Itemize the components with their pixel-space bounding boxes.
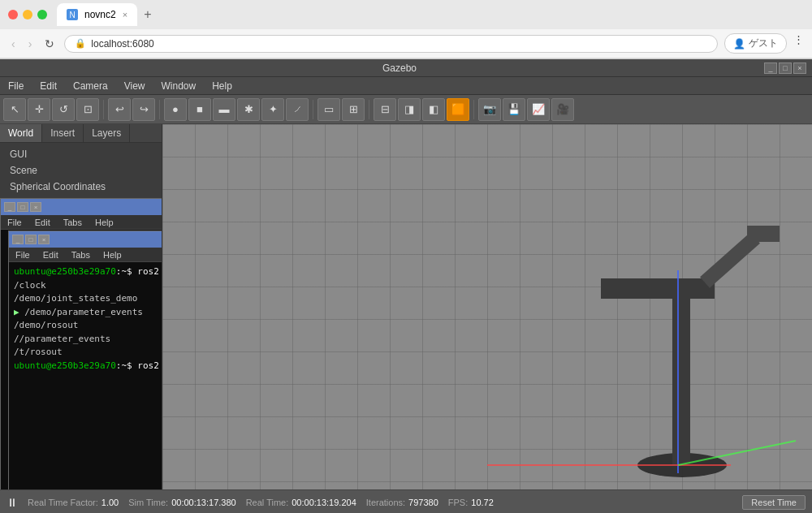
menu-view[interactable]: View <box>116 79 153 93</box>
sidebar-tab-layers[interactable]: Layers <box>84 124 130 142</box>
snap-button[interactable]: ▭ <box>317 98 340 121</box>
point-light-button[interactable]: ✱ <box>237 98 260 121</box>
box-button[interactable]: ■ <box>188 98 211 121</box>
plot-button[interactable]: 📈 <box>527 98 550 121</box>
maximize-traffic-light[interactable] <box>37 10 47 19</box>
t1-menu-tabs[interactable]: Tabs <box>57 217 89 228</box>
status-sim-time: Sim Time: 00:00:13:17.380 <box>128 498 235 507</box>
refresh-button[interactable]: ↻ <box>41 36 58 52</box>
guest-label: ゲスト <box>749 37 778 50</box>
save-button[interactable]: 💾 <box>503 98 525 121</box>
terminal-1-minimize[interactable]: _ <box>4 202 15 212</box>
gazebo-sidebar: World Insert Layers GUI Scene Spherical … <box>0 124 162 489</box>
record-button[interactable]: 🎥 <box>551 98 574 121</box>
browser-chrome: N novnc2 × + ‹ › ↻ 🔒 localhost:6080 👤 ゲス… <box>0 0 812 59</box>
back-button[interactable]: ‹ <box>8 36 19 52</box>
fps-label: FPS: <box>448 498 468 507</box>
rotate-tool-button[interactable]: ↺ <box>52 98 75 121</box>
sidebar-tab-world[interactable]: World <box>0 124 42 142</box>
undo-button[interactable]: ↩ <box>108 98 131 121</box>
terminal-line-1: ubuntu@e250b3e29a70:~$ ros2 topic list <box>14 265 162 279</box>
translate-tool-button[interactable]: ✛ <box>28 98 50 121</box>
copy-button[interactable]: ⊟ <box>374 98 396 121</box>
spot-light-button[interactable]: ✦ <box>261 98 284 121</box>
gazebo-close-button[interactable]: × <box>793 63 806 74</box>
gazebo-titlebar: Gazebo _ □ × <box>0 59 812 77</box>
terminal-2-winbtns: _ □ × <box>12 235 50 244</box>
terminal-window-2: _ □ × ubuntu@e250b3e29a70: ~ File Edit T… <box>8 231 162 489</box>
terminal-2-body[interactable]: ubuntu@e250b3e29a70:~$ ros2 topic list /… <box>9 262 162 489</box>
t2-menu-tabs[interactable]: Tabs <box>65 249 97 261</box>
svg-line-7 <box>678 441 796 465</box>
gazebo-3d-viewport[interactable] <box>162 124 812 489</box>
scale-tool-button[interactable]: ⊡ <box>76 98 99 121</box>
terminal-1-close[interactable]: × <box>30 202 41 212</box>
terminal-line-5: /demo/rosout <box>14 319 162 333</box>
t2-menu-file[interactable]: File <box>9 249 37 261</box>
menu-help[interactable]: Help <box>204 79 240 93</box>
gazebo-maximize-button[interactable]: □ <box>779 63 792 74</box>
gazebo-window-buttons: _ □ × <box>764 63 810 74</box>
status-iterations: Iterations: 797380 <box>366 498 438 507</box>
guest-button[interactable]: 👤 ゲスト <box>724 33 787 54</box>
gazebo-menubar: File Edit Camera View Window Help <box>0 77 812 95</box>
sidebar-tab-insert[interactable]: Insert <box>42 124 84 142</box>
t1-menu-help[interactable]: Help <box>89 217 120 228</box>
browser-tabs: N novnc2 × + <box>57 3 804 26</box>
real-time-factor-value: 1.00 <box>102 498 119 507</box>
t2-menu-edit[interactable]: Edit <box>37 249 65 261</box>
address-bar[interactable]: 🔒 localhost:6080 <box>64 35 718 53</box>
sidebar-item-spherical-coords[interactable]: Spherical Coordinates <box>0 179 162 195</box>
sidebar-item-scene[interactable]: Scene <box>0 162 162 179</box>
real-time-value: 00:00:13:19.204 <box>292 498 356 507</box>
lock-icon: 🔒 <box>75 38 86 49</box>
grid-button[interactable]: ⊞ <box>342 98 365 121</box>
screenshot-button[interactable]: 📷 <box>478 98 501 121</box>
t1-menu-file[interactable]: File <box>1 217 28 228</box>
browser-toolbar: ‹ › ↻ 🔒 localhost:6080 👤 ゲスト ⋮ <box>0 29 812 58</box>
terminal-2-close[interactable]: × <box>38 235 50 244</box>
menu-file[interactable]: File <box>0 79 32 93</box>
color-button[interactable]: 🟧 <box>447 98 469 121</box>
forward-button[interactable]: › <box>25 36 36 52</box>
sidebar-tabs: World Insert Layers <box>0 124 162 143</box>
tab-close-button[interactable]: × <box>123 10 127 19</box>
svg-rect-2 <box>601 278 715 299</box>
pause-button[interactable]: ⏸ <box>6 496 18 509</box>
status-fps: FPS: 10.72 <box>448 498 494 507</box>
sphere-button[interactable]: ● <box>164 98 187 121</box>
minimize-traffic-light[interactable] <box>23 10 32 19</box>
align2-button[interactable]: ◧ <box>422 98 445 121</box>
iterations-label: Iterations: <box>366 498 405 507</box>
traffic-lights <box>8 10 47 19</box>
browser-tab[interactable]: N novnc2 × <box>57 3 137 26</box>
sidebar-item-gui[interactable]: GUI <box>0 146 162 162</box>
align-button[interactable]: ◨ <box>398 98 421 121</box>
redo-button[interactable]: ↪ <box>132 98 155 121</box>
cylinder-button[interactable]: ▬ <box>213 98 235 121</box>
robot-arm-svg <box>162 124 812 489</box>
address-text: localhost:6080 <box>91 38 153 50</box>
extensions-icon[interactable]: ⋮ <box>793 33 804 54</box>
menu-window[interactable]: Window <box>153 79 205 93</box>
menu-edit[interactable]: Edit <box>32 79 65 93</box>
gazebo-minimize-button[interactable]: _ <box>764 63 777 74</box>
terminal-2-maximize[interactable]: □ <box>25 235 37 244</box>
terminal-1-menubar: File Edit Tabs Help <box>1 215 162 230</box>
gazebo-statusbar: ⏸ Real Time Factor: 1.00 Sim Time: 00:00… <box>0 489 812 513</box>
terminal-cursor-area: I <box>14 470 162 486</box>
t2-menu-help[interactable]: Help <box>97 249 128 261</box>
select-tool-button[interactable]: ↖ <box>3 98 26 121</box>
close-traffic-light[interactable] <box>8 10 18 19</box>
t1-menu-edit[interactable]: Edit <box>28 217 57 228</box>
terminal-2-menubar: File Edit Tabs Help <box>9 248 162 262</box>
reset-time-button[interactable]: Reset Time <box>742 495 806 510</box>
directional-light-button[interactable]: ⟋ <box>286 98 309 121</box>
new-tab-button[interactable]: + <box>144 7 151 22</box>
terminal-2-minimize[interactable]: _ <box>12 235 24 244</box>
menu-camera[interactable]: Camera <box>65 79 116 93</box>
terminal-1-maximize[interactable]: □ <box>17 202 28 212</box>
terminal-line-4: ▶ /demo/parameter_events <box>14 306 162 320</box>
terminal-2-title: ubuntu@e250b3e29a70: ~ <box>50 235 162 244</box>
svg-rect-1 <box>672 287 690 465</box>
